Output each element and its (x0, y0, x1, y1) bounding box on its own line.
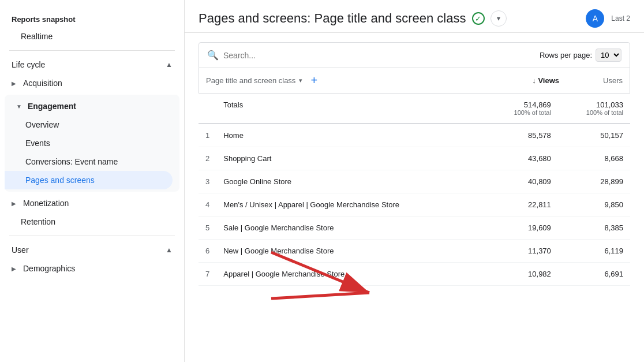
monetization-label: Monetization (23, 199, 69, 208)
table-row: 1 Home 85,578 50,157 (199, 124, 630, 147)
dimension-col-header[interactable]: Page title and screen class ▾ + (206, 74, 496, 87)
dimension-col-label: Page title and screen class (206, 76, 295, 85)
add-metric-button[interactable]: + (310, 74, 317, 87)
sidebar-divider-1 (9, 50, 175, 51)
table-row: 2 Shopping Cart 43,680 8,668 (199, 147, 630, 170)
row-title-4[interactable]: Men's / Unisex | Apparel | Google Mercha… (216, 193, 485, 217)
demographics-label: Demographics (23, 264, 75, 273)
row-users-1: 50,157 (558, 124, 630, 147)
check-icon: ✓ (472, 12, 485, 25)
sidebar-item-pages-and-screens[interactable]: Pages and screens (5, 171, 173, 189)
row-title-3[interactable]: Google Online Store (216, 170, 485, 193)
page-title-text: Pages and screens: Page title and screen… (199, 11, 466, 26)
row-views-6: 11,370 (486, 240, 558, 263)
engagement-label: Engagement (28, 102, 76, 111)
sidebar-item-overview[interactable]: Overview (5, 115, 173, 134)
lifecycle-chevron-icon: ▲ (166, 61, 173, 69)
engagement-header[interactable]: ▼ Engagement (5, 97, 179, 115)
title-dropdown-button[interactable]: ▾ (491, 10, 507, 27)
row-views-1: 85,578 (486, 124, 558, 147)
rows-per-page-label: Rows per page: (540, 51, 592, 59)
sidebar-item-demographics[interactable]: ▶ Demographics (0, 259, 184, 278)
header-right: A Last 2 (586, 9, 630, 28)
sidebar-item-acquisition[interactable]: ▶ Acquisition (0, 74, 184, 92)
sidebar-divider-2 (9, 236, 175, 236)
engagement-section: ▼ Engagement Overview Events Conversions… (5, 95, 179, 192)
row-views-3: 40,809 (486, 170, 558, 193)
row-title-2[interactable]: Shopping Cart (216, 147, 485, 170)
table-row: 3 Google Online Store 40,809 28,899 (199, 170, 630, 193)
table-row: 4 Men's / Unisex | Apparel | Google Merc… (199, 193, 630, 217)
row-views-4: 22,811 (486, 193, 558, 217)
user-group-header[interactable]: User ▲ (0, 241, 184, 259)
rows-per-page-control: Rows per page: 10 25 50 (540, 48, 621, 62)
row-title-7[interactable]: Apparel | Google Merchandise Store (216, 263, 485, 286)
engagement-arrow-icon: ▼ (16, 103, 22, 110)
search-input[interactable] (223, 51, 535, 60)
sidebar-item-events[interactable]: Events (5, 134, 173, 152)
row-title-5[interactable]: Sale | Google Merchandise Store (216, 217, 485, 240)
row-users-4: 9,850 (558, 193, 630, 217)
row-index-2: 2 (199, 147, 216, 170)
sidebar-item-retention[interactable]: Retention (0, 212, 177, 231)
search-bar: 🔍 Rows per page: 10 25 50 (199, 42, 630, 68)
monetization-arrow-icon: ▶ (12, 200, 16, 207)
table-row: 5 Sale | Google Merchandise Store 19,609… (199, 217, 630, 240)
totals-row: Totals 514,869 100% of total 101,033 100… (199, 94, 630, 124)
svg-line-2 (271, 293, 369, 298)
row-index-7: 7 (199, 263, 216, 286)
table-row: 7 Apparel | Google Merchandise Store 10,… (199, 263, 630, 286)
row-users-3: 28,899 (558, 170, 630, 193)
search-icon: 🔍 (207, 50, 219, 61)
table-row: 6 New | Google Merchandise Store 11,370 … (199, 240, 630, 263)
row-views-7: 10,982 (486, 263, 558, 286)
row-index-3: 3 (199, 170, 216, 193)
rows-per-page-select[interactable]: 10 25 50 (596, 48, 621, 62)
sidebar: Reports snapshot Realtime Life cycle ▲ ▶… (0, 0, 185, 362)
users-col-header[interactable]: Users (559, 76, 623, 85)
row-title-1[interactable]: Home (216, 124, 485, 147)
user-label: User (12, 245, 29, 255)
row-title-6[interactable]: New | Google Merchandise Store (216, 240, 485, 263)
lifecycle-group-header[interactable]: Life cycle ▲ (0, 55, 184, 74)
row-index-4: 4 (199, 193, 216, 217)
lifecycle-label: Life cycle (12, 60, 45, 69)
row-index-1: 1 (199, 124, 216, 147)
totals-views: 514,869 100% of total (486, 94, 558, 124)
acquisition-label: Acquisition (23, 79, 62, 88)
header-bar: Pages and screens: Page title and screen… (185, 0, 644, 33)
row-index-5: 5 (199, 217, 216, 240)
sidebar-item-monetization[interactable]: ▶ Monetization (0, 194, 184, 212)
avatar[interactable]: A (586, 9, 604, 28)
totals-label: Totals (216, 94, 485, 124)
totals-users: 101,033 100% of total (558, 94, 630, 124)
main-content: Pages and screens: Page title and screen… (185, 0, 644, 362)
table-container: 🔍 Rows per page: 10 25 50 Page title and… (185, 33, 644, 295)
reports-snapshot-link[interactable]: Reports snapshot (0, 9, 184, 27)
row-users-2: 8,668 (558, 147, 630, 170)
row-views-2: 43,680 (486, 147, 558, 170)
row-users-5: 8,385 (558, 217, 630, 240)
totals-index (199, 94, 216, 124)
user-chevron-icon: ▲ (166, 246, 173, 254)
row-index-6: 6 (199, 240, 216, 263)
last-label: Last 2 (611, 14, 630, 23)
column-headers-row: Page title and screen class ▾ + ↓ Views … (199, 68, 630, 94)
views-col-header[interactable]: ↓ Views (496, 76, 559, 85)
demographics-arrow-icon: ▶ (12, 266, 16, 272)
dimension-filter-icon: ▾ (299, 77, 302, 84)
sidebar-item-conversions[interactable]: Conversions: Event name (5, 152, 173, 171)
row-users-6: 6,119 (558, 240, 630, 263)
data-table: Totals 514,869 100% of total 101,033 100… (199, 94, 630, 286)
row-users-7: 6,691 (558, 263, 630, 286)
row-views-5: 19,609 (486, 217, 558, 240)
page-title: Pages and screens: Page title and screen… (199, 10, 507, 27)
sidebar-item-realtime[interactable]: Realtime (0, 27, 177, 46)
acquisition-arrow-icon: ▶ (12, 80, 16, 87)
